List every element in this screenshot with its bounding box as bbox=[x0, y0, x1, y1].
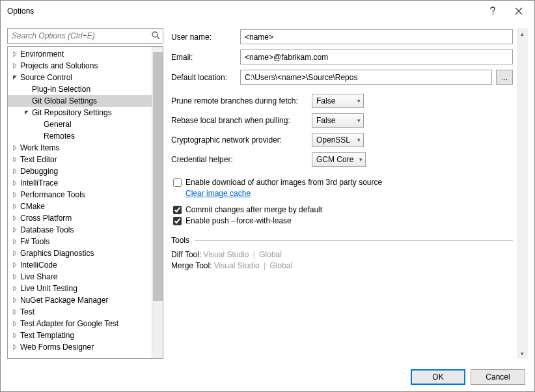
search-icon[interactable] bbox=[151, 31, 160, 40]
twisty-collapsed-icon[interactable] bbox=[10, 178, 20, 188]
chevron-down-icon: ▾ bbox=[357, 137, 361, 143]
section-divider bbox=[195, 240, 513, 241]
options-tree[interactable]: EnvironmentProjects and SolutionsSource … bbox=[8, 47, 152, 358]
tree-item[interactable]: Test Adapter for Google Test bbox=[8, 318, 152, 329]
crypto-select[interactable]: OpenSSL▾ bbox=[312, 133, 364, 147]
twisty-collapsed-icon[interactable] bbox=[10, 249, 20, 258]
tree-item-label: Debugging bbox=[20, 167, 58, 176]
tree-scrollbar[interactable] bbox=[152, 47, 163, 358]
search-input[interactable] bbox=[8, 29, 163, 43]
email-label: Email: bbox=[171, 53, 236, 62]
tree-item[interactable]: Graphics Diagnostics bbox=[8, 247, 152, 259]
tree-item-label: CMake bbox=[20, 202, 45, 211]
email-input[interactable] bbox=[240, 49, 513, 64]
tree-item[interactable]: Test bbox=[8, 306, 152, 318]
username-input[interactable] bbox=[240, 29, 513, 44]
row-crypto: Cryptographic network provider: OpenSSL▾ bbox=[171, 133, 513, 147]
tree-item[interactable]: Projects and Solutions bbox=[8, 60, 152, 72]
diff-tool-global[interactable]: Global bbox=[259, 250, 282, 259]
cred-select[interactable]: GCM Core▾ bbox=[312, 152, 366, 167]
close-button[interactable] bbox=[506, 2, 532, 20]
merge-tool-global[interactable]: Global bbox=[269, 261, 292, 270]
tree-item-label: NuGet Package Manager bbox=[20, 296, 108, 305]
tree-item-label: Environment bbox=[20, 49, 64, 59]
help-button[interactable] bbox=[480, 2, 506, 20]
enable-images-checkbox[interactable] bbox=[173, 178, 182, 187]
twisty-collapsed-icon[interactable] bbox=[10, 49, 20, 59]
twisty-collapsed-icon[interactable] bbox=[10, 307, 20, 316]
twisty-expanded-icon[interactable] bbox=[22, 108, 31, 117]
tree-item-label: Live Unit Testing bbox=[20, 284, 77, 293]
twisty-collapsed-icon[interactable] bbox=[10, 61, 20, 70]
twisty-collapsed-icon[interactable] bbox=[10, 343, 20, 352]
tree-item-label: General bbox=[44, 120, 72, 129]
check-enable-images: Enable download of author images from 3r… bbox=[171, 178, 513, 187]
left-pane: EnvironmentProjects and SolutionsSource … bbox=[7, 28, 163, 359]
twisty-collapsed-icon[interactable] bbox=[10, 214, 20, 223]
tree-item[interactable]: Source Control bbox=[8, 72, 152, 83]
tree-item[interactable]: NuGet Package Manager bbox=[8, 294, 152, 306]
tree-item[interactable]: IntelliTrace bbox=[8, 177, 152, 189]
clear-cache-link[interactable]: Clear image cache bbox=[185, 189, 251, 198]
tree-item[interactable]: IntelliCode bbox=[8, 259, 152, 271]
tree-item[interactable]: CMake bbox=[8, 201, 152, 212]
tree-item[interactable]: Debugging bbox=[8, 165, 152, 177]
tree-item-label: IntelliCode bbox=[20, 260, 57, 270]
diff-tool-row: Diff Tool: Visual Studio | Global bbox=[171, 250, 513, 259]
tree-item-label: Live Share bbox=[20, 272, 57, 281]
window-title: Options bbox=[7, 7, 480, 16]
tree-item-label: Test Adapter for Google Test bbox=[20, 319, 118, 328]
tree-item[interactable]: Work Items bbox=[8, 142, 152, 154]
tree-item[interactable]: Live Share bbox=[8, 271, 152, 283]
twisty-collapsed-icon[interactable] bbox=[10, 319, 20, 328]
cancel-button[interactable]: Cancel bbox=[471, 369, 525, 385]
twisty-collapsed-icon[interactable] bbox=[10, 284, 20, 293]
twisty-collapsed-icon[interactable] bbox=[10, 167, 20, 176]
tree-item[interactable]: Web Forms Designer bbox=[8, 341, 152, 353]
twisty-collapsed-icon[interactable] bbox=[10, 225, 20, 234]
tree-item[interactable]: Plug-in Selection bbox=[8, 83, 152, 95]
merge-tool-label: Merge Tool: bbox=[171, 261, 212, 270]
tree-item[interactable]: Database Tools bbox=[8, 224, 152, 236]
scroll-down-icon[interactable]: ▾ bbox=[517, 348, 528, 359]
twisty-collapsed-icon[interactable] bbox=[10, 143, 20, 152]
tree-item[interactable]: Git Repository Settings bbox=[8, 107, 152, 119]
location-input[interactable] bbox=[240, 70, 492, 85]
diff-tool-vs[interactable]: Visual Studio bbox=[204, 250, 249, 259]
twisty-collapsed-icon[interactable] bbox=[10, 237, 20, 246]
tree-item-label: Work Items bbox=[20, 143, 59, 152]
tree-item[interactable]: Environment bbox=[8, 48, 152, 60]
twisty-collapsed-icon[interactable] bbox=[10, 272, 20, 281]
options-dialog: Options EnvironmentProjects and Solution… bbox=[0, 0, 535, 392]
twisty-collapsed-icon[interactable] bbox=[10, 202, 20, 211]
twisty-collapsed-icon[interactable] bbox=[10, 260, 20, 270]
browse-button[interactable]: ... bbox=[496, 70, 513, 85]
tree-item[interactable]: Cross Platform bbox=[8, 212, 152, 224]
prune-select[interactable]: False▾ bbox=[312, 94, 364, 108]
tree-item-label: Text Templating bbox=[20, 331, 74, 340]
scroll-up-icon[interactable]: ▴ bbox=[517, 28, 528, 39]
tree-item[interactable]: General bbox=[8, 119, 152, 130]
tree-item-label: Remotes bbox=[44, 132, 75, 141]
tree-item[interactable]: F# Tools bbox=[8, 236, 152, 247]
twisty-expanded-icon[interactable] bbox=[10, 73, 20, 82]
tree-item[interactable]: Text Editor bbox=[8, 154, 152, 165]
twisty-collapsed-icon[interactable] bbox=[10, 331, 20, 340]
crypto-label: Cryptographic network provider: bbox=[171, 135, 308, 145]
tree-item[interactable]: Text Templating bbox=[8, 329, 152, 341]
tree-item[interactable]: Git Global Settings bbox=[8, 95, 152, 107]
twisty-collapsed-icon[interactable] bbox=[10, 296, 20, 305]
tree-item[interactable]: Live Unit Testing bbox=[8, 283, 152, 294]
tree-item-label: Git Global Settings bbox=[32, 96, 97, 105]
commit-merge-checkbox[interactable] bbox=[173, 206, 182, 214]
twisty-collapsed-icon[interactable] bbox=[10, 190, 20, 199]
force-lease-checkbox[interactable] bbox=[173, 217, 182, 225]
tree-item[interactable]: Performance Tools bbox=[8, 189, 152, 201]
merge-tool-vs[interactable]: Visual Studio bbox=[214, 261, 260, 270]
twisty-collapsed-icon[interactable] bbox=[10, 155, 20, 164]
rebase-select[interactable]: False▾ bbox=[312, 113, 364, 128]
panel-scrollbar[interactable]: ▴ ▾ bbox=[517, 28, 528, 359]
ok-button[interactable]: OK bbox=[411, 369, 465, 385]
tree-item[interactable]: Remotes bbox=[8, 130, 152, 142]
row-email: Email: bbox=[171, 49, 513, 64]
